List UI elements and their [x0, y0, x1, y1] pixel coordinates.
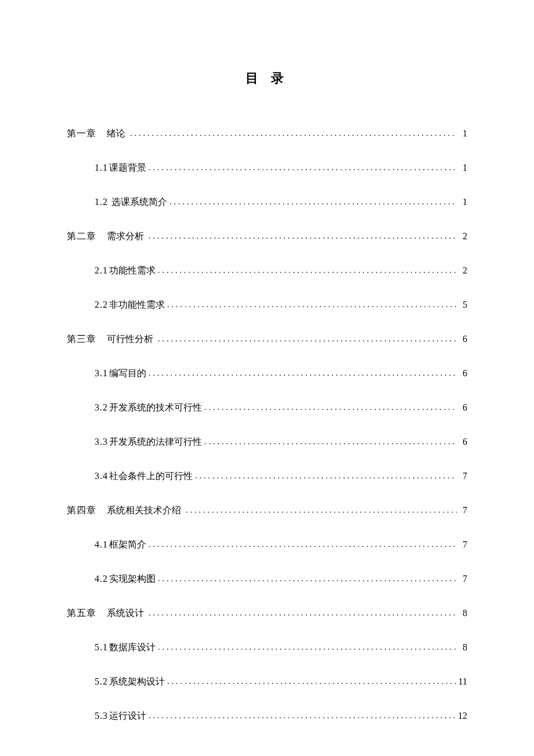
dot-leader: [156, 266, 457, 275]
chapter-label: 第二章需求分析: [67, 231, 146, 243]
dot-leader: [128, 129, 457, 138]
toc-entry: 3.1编写目的6: [95, 368, 467, 380]
toc-entry: 第三章可行性分析6: [67, 333, 467, 345]
section-label: 5.3运行设计: [95, 710, 146, 722]
dot-leader: [165, 300, 457, 309]
dot-leader: [202, 403, 457, 412]
dot-leader: [146, 232, 457, 241]
section-title: 系统架构设计: [109, 676, 165, 686]
toc-entry: 5.3运行设计12: [95, 710, 467, 722]
section-number: 1.2: [95, 197, 108, 207]
section-title: 社会条件上的可行性: [109, 471, 193, 481]
toc-entry: 1.1课题背景1: [95, 162, 467, 174]
page-number: 7: [457, 574, 467, 584]
section-label: 1.2 选课系统简介: [95, 196, 167, 208]
toc-entry: 3.2开发系统的技术可行性6: [95, 402, 467, 414]
page-number: 8: [457, 642, 467, 653]
toc-entry: 5.1数据库设计8: [95, 642, 467, 654]
dot-leader: [202, 437, 457, 447]
toc-entry: 3.3开发系统的法律可行性6: [95, 436, 467, 448]
page-number: 7: [457, 505, 467, 516]
chapter-title: 绪论: [107, 128, 125, 138]
dot-leader: [183, 506, 457, 515]
section-title: 开发系统的法律可行性: [109, 437, 202, 447]
section-title: 实现架构图: [109, 574, 156, 584]
dot-leader: [146, 369, 457, 378]
section-label: 1.1课题背景: [95, 162, 146, 174]
page-number: 8: [457, 608, 467, 618]
dot-leader: [146, 163, 457, 172]
section-title: 编写目的: [109, 368, 146, 378]
toc-entry: 2.2非功能性需求5: [95, 299, 467, 311]
page-number: 2: [457, 265, 467, 276]
section-title: 框架简介: [109, 539, 146, 549]
chapter-number: 第四章: [67, 505, 96, 515]
section-title: 运行设计: [109, 711, 146, 721]
toc-list: 第一章绪论11.1课题背景11.2 选课系统简介1第二章需求分析22.1功能性需…: [67, 128, 467, 722]
section-label: 5.1数据库设计: [95, 642, 156, 654]
chapter-label: 第四章系统相关技术介绍: [67, 505, 183, 517]
chapter-title: 可行性分析: [107, 334, 153, 344]
page-number: 1: [457, 128, 467, 139]
chapter-label: 第三章可行性分析: [67, 333, 156, 345]
section-number: 3.3: [95, 437, 108, 447]
page-number: 6: [457, 437, 467, 447]
dot-leader: [167, 197, 457, 207]
section-label: 5.2系统架构设计: [95, 676, 165, 688]
page-number: 7: [457, 539, 467, 550]
section-number: 3.1: [95, 368, 108, 378]
section-title: 选课系统简介: [111, 197, 167, 207]
toc-entry: 第五章系统设计8: [67, 607, 467, 620]
toc-entry: 5.2系统架构设计11: [95, 676, 467, 688]
chapter-title: 需求分析: [107, 231, 144, 241]
chapter-number: 第二章: [67, 231, 96, 241]
page-number: 6: [457, 402, 467, 413]
dot-leader: [146, 540, 457, 549]
toc-title: 目 录: [67, 70, 467, 87]
page-number: 12: [457, 711, 467, 721]
toc-entry: 第一章绪论1: [67, 128, 467, 140]
dot-leader: [156, 574, 457, 584]
section-label: 3.2开发系统的技术可行性: [95, 402, 202, 414]
section-number: 5.2: [95, 676, 108, 686]
dot-leader: [193, 471, 457, 481]
dot-leader: [146, 609, 457, 618]
toc-entry: 1.2 选课系统简介1: [95, 196, 467, 208]
page-number: 2: [457, 231, 467, 242]
section-number: 3.2: [95, 402, 108, 412]
section-label: 3.4社会条件上的可行性: [95, 470, 193, 483]
dot-leader: [156, 643, 457, 652]
page-number: 5: [457, 300, 467, 310]
toc-entry: 4.2实现架构图7: [95, 573, 467, 585]
section-label: 3.3开发系统的法律可行性: [95, 436, 202, 448]
page-number: 6: [457, 368, 467, 379]
section-number: 2.2: [95, 300, 108, 309]
section-title: 数据库设计: [109, 642, 156, 652]
chapter-label: 第五章系统设计: [67, 607, 146, 620]
toc-entry: 4.1框架简介7: [95, 539, 467, 551]
section-title: 功能性需求: [109, 265, 156, 275]
section-number: 5.1: [95, 642, 108, 652]
chapter-number: 第三章: [67, 334, 96, 344]
dot-leader: [156, 334, 457, 344]
section-title: 非功能性需求: [109, 300, 165, 309]
section-number: 5.3: [95, 711, 108, 721]
section-label: 3.1编写目的: [95, 368, 146, 380]
page-number: 11: [457, 676, 467, 687]
toc-entry: 第二章需求分析2: [67, 231, 467, 243]
section-label: 4.1框架简介: [95, 539, 146, 551]
section-number: 1.1: [95, 163, 108, 172]
dot-leader: [165, 677, 457, 686]
toc-entry: 2.1功能性需求2: [95, 265, 467, 277]
page-number: 7: [457, 471, 467, 481]
chapter-number: 第一章: [67, 128, 96, 138]
chapter-label: 第一章绪论: [67, 128, 128, 140]
section-number: 3.4: [95, 471, 108, 481]
page-number: 6: [457, 334, 467, 344]
chapter-title: 系统相关技术介绍: [107, 505, 181, 515]
chapter-title: 系统设计: [107, 608, 144, 618]
section-number: 4.1: [95, 539, 108, 549]
toc-entry: 3.4社会条件上的可行性7: [95, 470, 467, 483]
page-number: 1: [457, 163, 467, 173]
section-number: 4.2: [95, 574, 108, 584]
